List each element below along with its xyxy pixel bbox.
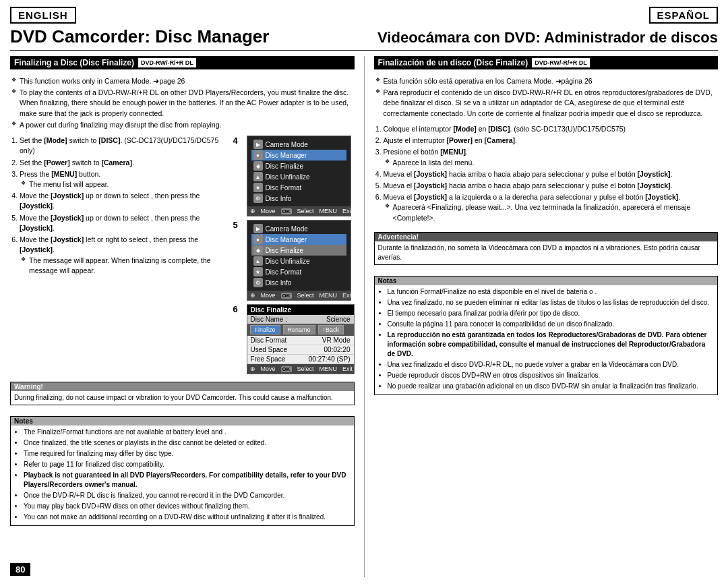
step-en-2: Set the [Power] switch to [Camera].	[20, 158, 228, 168]
note-en-5: Playback is not guaranteed in all DVD Pl…	[24, 471, 351, 490]
disc-finalize-icon-5: ◆	[253, 245, 263, 255]
steps-es: Coloque el interruptor [Mode] en [DISC].…	[374, 124, 719, 225]
disc-manager-icon-5: ●	[253, 235, 263, 244]
title-row: DVD Camcorder: Disc Manager Videocámara …	[10, 26, 718, 51]
step-en-6: Move the [Joystick] left or right to sel…	[20, 235, 228, 276]
step-es-4: Mueva el [Joystick] hacia arriba o hacia…	[384, 169, 719, 179]
disc-format-icon-5: ★	[253, 267, 263, 276]
nota-es-2: Una vez finalizado, no se pueden elimina…	[388, 298, 715, 308]
footer-move-4: Move	[261, 208, 276, 214]
main-title-en: DVD Camcorder: Disc Manager	[10, 26, 269, 47]
advert-box-es: Advertencia! Durante la finalización, no…	[374, 232, 719, 265]
section-header-en: Finalizing a Disc (Disc Finalize) DVD-RW…	[10, 56, 355, 69]
disc-free-label: Free Space	[251, 355, 286, 363]
note-en-3: Time required for finalizing may differ …	[24, 449, 351, 459]
footer-exit-5: Exit	[342, 292, 353, 299]
nota-es-3: El tiempo necesario para finalizar podrí…	[388, 309, 715, 318]
menu-row-disc-format-4: ★ Disc Format	[251, 182, 346, 193]
warning-title-en: Warning!	[11, 382, 354, 391]
notas-title-es: Notas	[375, 276, 718, 285]
intro-bullets-es: Esta función sólo está operativa en los …	[374, 76, 719, 120]
menu-row-disc-unfinalize-5: ▲ Disc Unfinalize	[251, 256, 346, 266]
disc-unfinalize-icon-4: ▲	[253, 172, 263, 181]
note-en-2: Once finalized, the title scenes or play…	[24, 438, 351, 448]
page-number: 80	[10, 563, 30, 576]
step-en-1: Set the [Mode] switch to [DISC]. (SC-DC1…	[20, 136, 228, 156]
menu-row-disc-manager-5: ● Disc Manager	[251, 234, 346, 245]
footer-exit-4: Exit	[342, 208, 353, 214]
two-col-layout: Finalizing a Disc (Disc Finalize) DVD-RW…	[10, 56, 718, 577]
menu-screens: 4 ▶ Camera Mode ● Disc Manager	[233, 136, 355, 374]
col-espanol: Finalización de un disco (Disc Finalize)…	[374, 56, 719, 577]
warning-content-en: During finalizing, do not cause impact o…	[11, 391, 354, 405]
disc-format-icon-4: ★	[253, 183, 263, 192]
menu-row-camera-mode: ▶ Camera Mode	[251, 139, 346, 150]
menu-row-disc-format-5: ★ Disc Format	[251, 266, 346, 277]
section-title-en: Finalizing a Disc (Disc Finalize)	[14, 58, 134, 67]
notas-box-es: Notas La función Format/Finalize no está…	[374, 276, 719, 395]
step-en-4: Move the [Joystick] up or down to select…	[20, 191, 228, 211]
footer-select-4: Select	[297, 208, 314, 214]
disc-screen-header: Disc Finalize	[247, 305, 354, 315]
btn-rename[interactable]: Rename	[283, 325, 315, 334]
nota-es-8: No puede realizar una grabación adiciona…	[388, 382, 715, 391]
advert-content-es: Durante la finalización, no someta la Vi…	[375, 241, 718, 264]
intro-bullet-en: To play the contents of a DVD-RW/-R/+R D…	[13, 88, 355, 119]
nota-es-5: La reproducción no está garantizada en t…	[388, 330, 715, 359]
btn-back[interactable]: ↑Back	[318, 325, 344, 334]
note-en-8: You can not make an additional recording…	[24, 513, 351, 522]
dvd-badge-en: DVD-RW/-R/+R DL	[138, 58, 196, 67]
step-6-label: 6	[233, 304, 243, 314]
note-en-7: You may play back DVD+RW discs on other …	[24, 502, 351, 511]
menu-row-disc-unfinalize-4: ▲ Disc Unfinalize	[251, 171, 346, 182]
disc-info-icon-5: ⚙	[253, 278, 263, 287]
step-es-1: Coloque el interruptor [Mode] en [DISC].…	[384, 124, 719, 134]
disc-finalize-icon-4: ◆	[253, 161, 263, 171]
disc-format-row: Disc Format VR Mode	[247, 336, 354, 345]
screen-6-container: 6 Disc Finalize Disc Name : Science Fina…	[233, 304, 355, 374]
intro-bullet-es: Para reproducir el contenido de un disco…	[377, 88, 719, 119]
disc-manager-icon: ●	[253, 150, 263, 160]
step-es-3: Presione el botón [MENU].Aparece la list…	[384, 147, 719, 167]
intro-bullet-en: A power cut during finalizing may disrup…	[13, 120, 355, 130]
screen-4-container: 4 ▶ Camera Mode ● Disc Manager	[233, 136, 355, 216]
screen-5-container: 5 ▶ Camera Mode ● Disc Manager	[233, 220, 355, 301]
intro-bullets-en: This function works only in Camera Mode.…	[10, 76, 355, 132]
col-english: Finalizing a Disc (Disc Finalize) DVD-RW…	[10, 56, 355, 577]
disc-used-label: Used Space	[251, 346, 287, 353]
menu-row-disc-finalize-4: ◆ Disc Finalize	[251, 160, 346, 171]
dvd-badge-es: DVD-RW/-R/+R DL	[532, 58, 590, 67]
step-4-label: 4	[233, 136, 243, 146]
notes-content-en: The Finalize/Format functions are not av…	[11, 426, 354, 525]
section-title-es: Finalización de un disco (Disc Finalize)	[378, 58, 528, 67]
intro-bullet-en: This function works only in Camera Mode.…	[13, 76, 355, 86]
section-header-es: Finalización de un disco (Disc Finalize)…	[374, 56, 719, 69]
warning-box-en: Warning! During finalizing, do not cause…	[10, 382, 355, 405]
advert-title-es: Advertencia!	[375, 233, 718, 241]
steps-en: Set the [Mode] switch to [DISC]. (SC-DC1…	[10, 136, 228, 277]
disc-footer: ⊕ Move OK Select MENU Exit	[247, 364, 354, 374]
disc-format-value: VR Mode	[322, 337, 351, 344]
step-en-3: Press the [MENU] button.The menu list wi…	[20, 169, 228, 189]
disc-used-row: Used Space 00:02:20	[247, 345, 354, 355]
menu-screen-4: ▶ Camera Mode ● Disc Manager ◆ Disc Fina…	[247, 136, 351, 216]
disc-free-value: 00:27:40 (SP)	[309, 355, 351, 363]
menu-row-disc-finalize-5: ◆ Disc Finalize	[251, 245, 346, 256]
nota-es-7: Puede reproducir discos DVD+RW en otros …	[388, 371, 715, 380]
menu-footer-4: ⊕ Move OK Select MENU Exit	[247, 206, 351, 216]
note-en-6: Once the DVD-R/+R DL disc is finalized, …	[24, 491, 351, 500]
nota-es-1: La función Format/Finalize no está dispo…	[388, 287, 715, 297]
footer-select-5: Select	[297, 292, 314, 299]
menu-inner-4: ▶ Camera Mode ● Disc Manager ◆ Disc Fina…	[247, 136, 351, 206]
disc-unfinalize-icon-5: ▲	[253, 256, 263, 266]
step-es-6: Mueva el [Joystick] a la izquierda o a l…	[384, 192, 719, 223]
btn-finalize[interactable]: Finalize	[250, 325, 280, 334]
notes-box-en: Notes The Finalize/Format functions are …	[10, 416, 355, 526]
note-en-1: The Finalize/Format functions are not av…	[24, 428, 351, 437]
menu-inner-5: ▶ Camera Mode ● Disc Manager ◆ Disc Fina…	[247, 221, 351, 291]
step-es-2: Ajuste el interruptor [Power] en [Camera…	[384, 136, 719, 146]
nota-es-6: Una vez finalizado el disco DVD-R/+R DL,…	[388, 360, 715, 370]
menu-row-camera-mode-5: ▶ Camera Mode	[251, 223, 346, 234]
menu-row-disc-info-5: ⚙ Disc Info	[251, 277, 346, 288]
camera-icon: ▶	[253, 140, 263, 149]
